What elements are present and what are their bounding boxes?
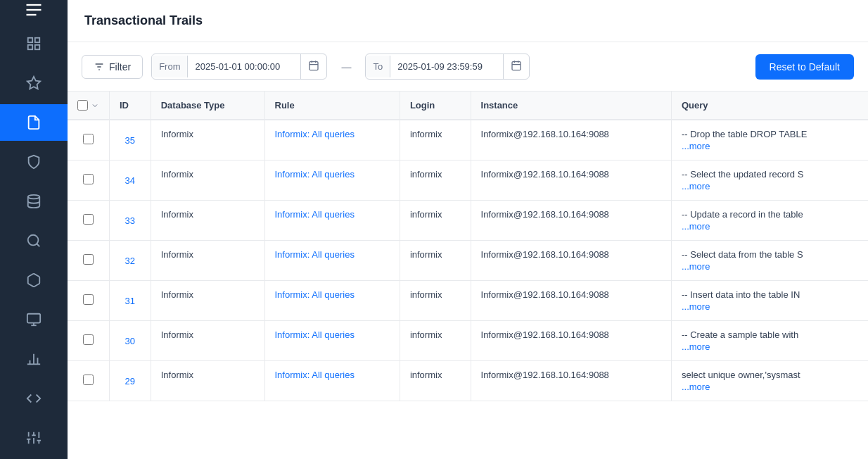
row-checkbox-cell bbox=[68, 361, 110, 401]
svg-marker-7 bbox=[27, 77, 40, 89]
svg-rect-35 bbox=[512, 62, 521, 70]
sidebar-item-search[interactable] bbox=[0, 222, 68, 259]
select-all-checkbox[interactable] bbox=[77, 100, 88, 111]
row-id[interactable]: 33 bbox=[110, 201, 151, 241]
row-rule[interactable]: Informix: All queries bbox=[264, 281, 400, 321]
to-label: To bbox=[366, 56, 390, 77]
to-calendar-icon[interactable] bbox=[503, 54, 529, 79]
sidebar-item-favorites[interactable] bbox=[0, 65, 68, 101]
row-db-type: Informix bbox=[151, 161, 264, 201]
row-rule[interactable]: Informix: All queries bbox=[264, 161, 400, 201]
trails-table: ID Database Type Rule Login Instance Que… bbox=[68, 92, 868, 401]
sidebar-item-code[interactable] bbox=[0, 380, 68, 417]
filter-icon bbox=[94, 61, 105, 73]
row-rule[interactable]: Informix: All queries bbox=[264, 361, 400, 401]
svg-rect-4 bbox=[35, 38, 39, 42]
row-db-type: Informix bbox=[151, 120, 264, 161]
row-id[interactable]: 34 bbox=[110, 161, 151, 201]
row-login: informix bbox=[400, 321, 471, 361]
row-query: -- Select data from the table S ...more bbox=[671, 241, 868, 281]
row-login: informix bbox=[400, 120, 471, 161]
row-db-type: Informix bbox=[151, 361, 264, 401]
filter-label: Filter bbox=[109, 61, 131, 73]
row-id[interactable]: 35 bbox=[110, 120, 151, 161]
row-query: -- Update a record in the table ...more bbox=[671, 201, 868, 241]
from-label: From bbox=[152, 56, 188, 77]
row-db-type: Informix bbox=[151, 241, 264, 281]
row-rule[interactable]: Informix: All queries bbox=[264, 120, 400, 161]
svg-line-10 bbox=[37, 244, 39, 246]
sidebar-item-chart[interactable] bbox=[0, 341, 68, 377]
row-checkbox[interactable] bbox=[83, 375, 94, 385]
sidebar-item-sliders[interactable] bbox=[0, 420, 68, 456]
th-query: Query bbox=[671, 92, 868, 120]
row-checkbox-cell bbox=[68, 241, 110, 281]
sidebar-item-settings[interactable] bbox=[0, 456, 68, 459]
sidebar-item-box[interactable] bbox=[0, 262, 68, 298]
row-checkbox-cell bbox=[68, 161, 110, 201]
reset-to-default-button[interactable]: Reset to Default bbox=[755, 54, 854, 80]
svg-rect-11 bbox=[27, 314, 40, 323]
th-login: Login bbox=[400, 92, 471, 120]
sidebar-item-dashboard[interactable] bbox=[0, 25, 68, 62]
row-checkbox[interactable] bbox=[83, 214, 94, 225]
row-id[interactable]: 29 bbox=[110, 361, 151, 401]
chevron-down-icon[interactable] bbox=[91, 101, 99, 110]
table-row: 30 Informix Informix: All queries inform… bbox=[68, 321, 868, 361]
th-checkbox bbox=[68, 92, 110, 120]
svg-rect-5 bbox=[28, 45, 32, 49]
svg-point-9 bbox=[28, 235, 39, 246]
row-more-link[interactable]: ...more bbox=[682, 221, 858, 232]
table-row: 34 Informix Informix: All queries inform… bbox=[68, 161, 868, 201]
row-more-link[interactable]: ...more bbox=[682, 181, 858, 191]
row-login: informix bbox=[400, 361, 471, 401]
row-query: -- Insert data into the table IN ...more bbox=[671, 281, 868, 321]
row-checkbox[interactable] bbox=[83, 294, 94, 305]
content-area: Filter From 2025-01-01 00:00:00 — To 202… bbox=[68, 42, 868, 459]
row-checkbox[interactable] bbox=[83, 334, 94, 345]
row-id[interactable]: 31 bbox=[110, 281, 151, 321]
row-more-link[interactable]: ...more bbox=[682, 382, 858, 392]
row-login: informix bbox=[400, 241, 471, 281]
row-more-link[interactable]: ...more bbox=[682, 341, 858, 352]
row-instance: Informix@192.168.10.164:9088 bbox=[471, 321, 671, 361]
from-value: 2025-01-01 00:00:00 bbox=[188, 56, 300, 77]
row-rule[interactable]: Informix: All queries bbox=[264, 321, 400, 361]
row-id[interactable]: 32 bbox=[110, 241, 151, 281]
row-db-type: Informix bbox=[151, 201, 264, 241]
row-more-link[interactable]: ...more bbox=[682, 141, 858, 151]
sidebar bbox=[0, 0, 68, 459]
table-row: 33 Informix Informix: All queries inform… bbox=[68, 201, 868, 241]
sidebar-item-monitor[interactable] bbox=[0, 301, 68, 338]
svg-rect-31 bbox=[309, 62, 318, 70]
filter-button[interactable]: Filter bbox=[82, 55, 143, 79]
row-instance: Informix@192.168.10.164:9088 bbox=[471, 201, 671, 241]
sidebar-item-documents[interactable] bbox=[0, 104, 68, 141]
row-rule[interactable]: Informix: All queries bbox=[264, 241, 400, 281]
row-more-link[interactable]: ...more bbox=[682, 301, 858, 312]
table-row: 29 Informix Informix: All queries inform… bbox=[68, 361, 868, 401]
table-row: 32 Informix Informix: All queries inform… bbox=[68, 241, 868, 281]
sidebar-item-shield[interactable] bbox=[0, 144, 68, 180]
svg-point-8 bbox=[28, 195, 40, 199]
th-instance: Instance bbox=[471, 92, 671, 120]
from-calendar-icon[interactable] bbox=[300, 54, 326, 79]
svg-rect-3 bbox=[28, 38, 32, 42]
table-header-row: ID Database Type Rule Login Instance Que… bbox=[68, 92, 868, 120]
main-content: Transactional Trails Filter From 2025-01… bbox=[68, 0, 868, 459]
row-db-type: Informix bbox=[151, 281, 264, 321]
page-title: Transactional Trails bbox=[84, 13, 203, 28]
to-value: 2025-01-09 23:59:59 bbox=[390, 56, 503, 77]
sidebar-item-database[interactable] bbox=[0, 183, 68, 220]
row-more-link[interactable]: ...more bbox=[682, 261, 858, 272]
row-instance: Informix@192.168.10.164:9088 bbox=[471, 120, 671, 161]
row-checkbox[interactable] bbox=[83, 174, 94, 184]
row-checkbox[interactable] bbox=[83, 134, 94, 144]
row-instance: Informix@192.168.10.164:9088 bbox=[471, 241, 671, 281]
row-rule[interactable]: Informix: All queries bbox=[264, 201, 400, 241]
row-checkbox[interactable] bbox=[83, 254, 94, 265]
row-id[interactable]: 30 bbox=[110, 321, 151, 361]
sidebar-bottom bbox=[0, 456, 68, 459]
table-row: 35 Informix Informix: All queries inform… bbox=[68, 120, 868, 161]
row-query: select unique owner,'sysmast ...more bbox=[671, 361, 868, 401]
